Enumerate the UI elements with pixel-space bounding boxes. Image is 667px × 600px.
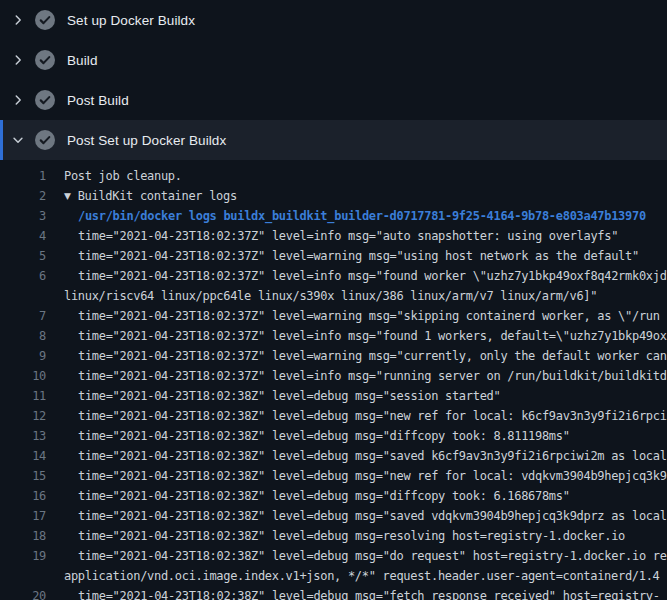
log-line-number <box>0 566 46 586</box>
log-line-text: time="2021-04-23T18:02:37Z" level=info m… <box>46 326 667 346</box>
step-header[interactable]: Post Build <box>0 80 667 120</box>
log-line-text: time="2021-04-23T18:02:38Z" level=debug … <box>46 406 667 426</box>
step-title: Set up Docker Buildx <box>67 13 195 28</box>
log-line-text: time="2021-04-23T18:02:38Z" level=debug … <box>46 586 660 600</box>
step-title: Post Build <box>67 93 129 108</box>
log-line-number[interactable]: 20 <box>0 586 46 600</box>
log-row: 10 time="2021-04-23T18:02:37Z" level=inf… <box>0 366 667 386</box>
log-row: linux/riscv64 linux/ppc64le linux/s390x … <box>0 286 667 306</box>
collapse-triangle-icon[interactable]: ▼ <box>64 186 71 206</box>
step-header[interactable]: Set up Docker Buildx <box>0 0 667 40</box>
log-row: 19 time="2021-04-23T18:02:38Z" level=deb… <box>0 546 667 566</box>
log-row: 15 time="2021-04-23T18:02:38Z" level=deb… <box>0 466 667 486</box>
log-line-number[interactable]: 2 <box>0 186 46 206</box>
log-line-number[interactable]: 19 <box>0 546 46 566</box>
step-header[interactable]: Build <box>0 40 667 80</box>
log-row: 7 time="2021-04-23T18:02:37Z" level=warn… <box>0 306 667 326</box>
log-line-number <box>0 286 46 306</box>
log-line-text: time="2021-04-23T18:02:38Z" level=debug … <box>46 546 667 566</box>
log-line-text: linux/riscv64 linux/ppc64le linux/s390x … <box>46 286 597 306</box>
step-title: Post Set up Docker Buildx <box>67 133 226 148</box>
log-row: 4 time="2021-04-23T18:02:37Z" level=info… <box>0 226 667 246</box>
log-line-text: time="2021-04-23T18:02:37Z" level=info m… <box>46 366 667 386</box>
log-line-number[interactable]: 4 <box>0 226 46 246</box>
log-line-text: time="2021-04-23T18:02:37Z" level=warnin… <box>46 306 660 326</box>
check-circle-icon <box>35 10 55 30</box>
log-row: 11 time="2021-04-23T18:02:38Z" level=deb… <box>0 386 667 406</box>
check-circle-icon <box>35 130 55 150</box>
log-line-number[interactable]: 1 <box>0 166 46 186</box>
steps-list: Set up Docker Buildx Build <box>0 0 667 160</box>
log-line-number[interactable]: 15 <box>0 466 46 486</box>
log-row: 9 time="2021-04-23T18:02:37Z" level=warn… <box>0 346 667 366</box>
log-line-text: time="2021-04-23T18:02:38Z" level=debug … <box>46 386 500 406</box>
log-line-text: time="2021-04-23T18:02:38Z" level=debug … <box>46 526 625 546</box>
log-line-text: time="2021-04-23T18:02:37Z" level=info m… <box>46 226 618 246</box>
chevron-right-icon <box>11 93 25 107</box>
log-row: 6 time="2021-04-23T18:02:37Z" level=info… <box>0 266 667 286</box>
log-line-text: application/vnd.oci.image.index.v1+json,… <box>46 566 660 586</box>
step-header[interactable]: Post Set up Docker Buildx <box>0 120 667 160</box>
log-row: 1 Post job cleanup. <box>0 166 667 186</box>
log-line-text: ▼BuildKit container logs <box>46 186 237 206</box>
log-line-number[interactable]: 16 <box>0 486 46 506</box>
check-circle-icon <box>35 50 55 70</box>
log-line-number[interactable]: 3 <box>0 206 46 226</box>
log-row: 5 time="2021-04-23T18:02:37Z" level=warn… <box>0 246 667 266</box>
log-line-number[interactable]: 18 <box>0 526 46 546</box>
log-row: 13 time="2021-04-23T18:02:38Z" level=deb… <box>0 426 667 446</box>
log-row: 14 time="2021-04-23T18:02:38Z" level=deb… <box>0 446 667 466</box>
log-line-number[interactable]: 17 <box>0 506 46 526</box>
log-group-title[interactable]: BuildKit container logs <box>78 189 237 203</box>
log-row: 2 ▼BuildKit container logs <box>0 186 667 206</box>
log-line-number[interactable]: 6 <box>0 266 46 286</box>
log-line-text: time="2021-04-23T18:02:37Z" level=warnin… <box>46 346 667 366</box>
chevron-right-icon <box>11 53 25 67</box>
log-line-number[interactable]: 10 <box>0 366 46 386</box>
check-circle-icon <box>35 90 55 110</box>
log-row: 16 time="2021-04-23T18:02:38Z" level=deb… <box>0 486 667 506</box>
log-row: 20 time="2021-04-23T18:02:38Z" level=deb… <box>0 586 667 600</box>
chevron-right-icon <box>11 13 25 27</box>
log-line-text: time="2021-04-23T18:02:38Z" level=debug … <box>46 486 570 506</box>
step-title: Build <box>67 53 98 68</box>
log-line-number[interactable]: 11 <box>0 386 46 406</box>
log-line-text: Post job cleanup. <box>46 166 182 186</box>
log-line-text: /usr/bin/docker logs buildx_buildkit_bui… <box>46 206 646 226</box>
log-line-text: time="2021-04-23T18:02:38Z" level=debug … <box>46 426 570 446</box>
log-line-text: time="2021-04-23T18:02:37Z" level=info m… <box>46 266 667 286</box>
log-line-number[interactable]: 8 <box>0 326 46 346</box>
log-line-number[interactable]: 7 <box>0 306 46 326</box>
log-line-number[interactable]: 9 <box>0 346 46 366</box>
log-line-text: time="2021-04-23T18:02:38Z" level=debug … <box>46 446 667 466</box>
log-area: 1 Post job cleanup. 2 ▼BuildKit containe… <box>0 160 667 600</box>
log-line-text: time="2021-04-23T18:02:38Z" level=debug … <box>46 466 667 486</box>
log-row: 17 time="2021-04-23T18:02:38Z" level=deb… <box>0 506 667 526</box>
log-row: 18 time="2021-04-23T18:02:38Z" level=deb… <box>0 526 667 546</box>
log-line-number[interactable]: 13 <box>0 426 46 446</box>
log-row: 8 time="2021-04-23T18:02:37Z" level=info… <box>0 326 667 346</box>
log-line-number[interactable]: 5 <box>0 246 46 266</box>
log-row: application/vnd.oci.image.index.v1+json,… <box>0 566 667 586</box>
chevron-down-icon <box>11 133 25 147</box>
log-line-text: time="2021-04-23T18:02:38Z" level=debug … <box>46 506 667 526</box>
log-line-number[interactable]: 14 <box>0 446 46 466</box>
log-row: 3 /usr/bin/docker logs buildx_buildkit_b… <box>0 206 667 226</box>
log-line-text: time="2021-04-23T18:02:37Z" level=warnin… <box>46 246 639 266</box>
log-row: 12 time="2021-04-23T18:02:38Z" level=deb… <box>0 406 667 426</box>
log-line-number[interactable]: 12 <box>0 406 46 426</box>
